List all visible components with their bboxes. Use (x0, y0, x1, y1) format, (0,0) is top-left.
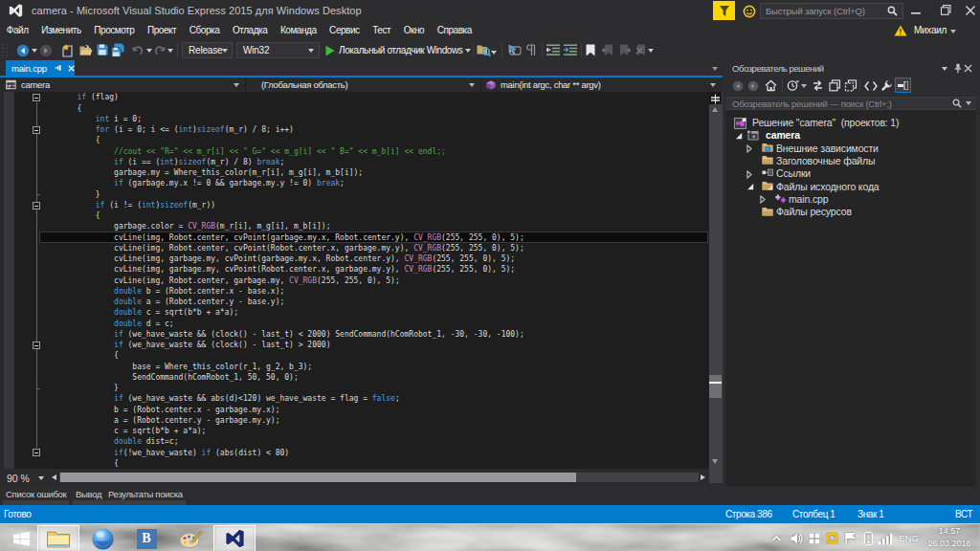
visual-studio-taskbar-button[interactable] (213, 525, 256, 551)
view-code-icon[interactable] (864, 80, 878, 92)
tree-item-main-cpp[interactable]: main.cpp (725, 192, 976, 205)
tab-main-cpp[interactable]: main.cpp (6, 60, 75, 76)
panel-menu-caret-icon[interactable] (942, 67, 947, 71)
scroll-right-icon[interactable] (701, 474, 705, 480)
code-line[interactable]: cvLine(img, garbage.my, cvPoint(garbage.… (40, 253, 524, 264)
debug-target-caret-icon[interactable] (465, 49, 471, 53)
expander-expanded-icon[interactable] (735, 132, 743, 140)
nav-function-dropdown[interactable]: main(int argc, char ** argv) (481, 77, 722, 92)
navigate-forward-icon[interactable] (39, 44, 53, 57)
tree-item-solution[interactable]: Решение "camera" (проектов: 1) (725, 117, 976, 129)
menu-team[interactable]: Команда (274, 21, 323, 40)
code-line[interactable]: a = (Robot.center.y - garbage.my.y); (40, 415, 524, 426)
bookmark-icon[interactable] (586, 44, 595, 56)
code-line[interactable]: cvLine(img, garbage.my, cvPoint(Robot.ce… (40, 264, 524, 275)
expander-collapsed-icon[interactable] (760, 195, 766, 204)
tree-item-references[interactable]: Ссылки (725, 167, 976, 180)
code-line[interactable]: if (flag) (40, 92, 524, 102)
code-line[interactable]: { (40, 135, 524, 145)
menu-view[interactable]: Просмотр (88, 21, 142, 40)
home-icon[interactable] (765, 79, 777, 92)
code-line[interactable]: b = (Robot.center.x - garbage.my.x); (40, 405, 524, 415)
minimize-button[interactable] (902, 0, 929, 20)
code-line[interactable]: int i = 0; (40, 114, 524, 124)
b-app-taskbar-button[interactable]: B (125, 525, 167, 551)
save-all-icon[interactable] (111, 43, 124, 57)
bottom-tab-error-list[interactable]: Список ошибок (6, 488, 66, 500)
menu-help[interactable]: Справка (431, 21, 479, 40)
fold-collapse-box[interactable] (33, 202, 40, 209)
pin-icon[interactable] (55, 63, 62, 73)
close-button[interactable] (957, 0, 980, 20)
code-line[interactable]: if (we_have_waste && abs(d)<120) we_have… (40, 393, 524, 404)
vertical-scrollbar[interactable] (709, 92, 723, 483)
navigate-back-caret-icon[interactable] (32, 49, 37, 53)
code-line[interactable]: } (40, 383, 524, 393)
panel-close-icon[interactable] (964, 64, 972, 73)
warning-icon[interactable] (894, 25, 907, 36)
menu-edit[interactable]: Изменить (34, 21, 87, 40)
menu-window[interactable]: Окно (397, 21, 431, 40)
quick-launch-search[interactable]: Быстрый запуск (Ctrl+Q) (760, 3, 903, 19)
code-line[interactable]: cvLine(img, Robot.center, cvPoint(Robot.… (40, 243, 524, 253)
status-column[interactable]: Столбец 1 (792, 505, 835, 523)
expander-collapsed-icon[interactable] (746, 170, 752, 179)
feedback-button[interactable] (713, 1, 735, 20)
preview-selected-items-toggle[interactable] (895, 77, 911, 93)
code-line[interactable]: double dist=c; (40, 436, 524, 447)
horizontal-scroll-thumb[interactable] (60, 473, 576, 482)
code-line[interactable]: c = sqrt(b*b + a*a); (40, 426, 524, 436)
status-line[interactable]: Строка 386 (725, 505, 772, 523)
tree-item-source-files[interactable]: Файлы исходного кода (725, 180, 976, 192)
code-line[interactable]: SendCommand(hComRobot_1, 50, 50, 0); (40, 372, 524, 383)
menu-tools[interactable]: Сервис (323, 21, 366, 40)
fold-collapse-box[interactable] (33, 449, 40, 456)
solution-search-box[interactable]: Обозреватель решений — поиск (Ctrl+;) (725, 97, 976, 110)
horizontal-scrollbar[interactable] (59, 473, 699, 482)
code-line[interactable]: if (we_have_waste && (clock() - last_t) … (40, 340, 524, 350)
scroll-left-icon[interactable] (52, 474, 56, 480)
language-indicator[interactable]: ENG (899, 524, 919, 551)
configuration-combo[interactable]: Release (182, 42, 233, 58)
yellow-status-tray-icon[interactable] (826, 532, 838, 544)
code-line[interactable]: double c = sqrt(b*b + a*a); (40, 307, 524, 318)
code-line[interactable]: if(!we_have_waste) if (abs(dist) < 80) (40, 448, 524, 458)
tree-item-external-dependencies[interactable]: Внешние зависимости (725, 142, 976, 154)
filter-caret-icon[interactable] (801, 84, 807, 88)
menu-project[interactable]: Проект (141, 21, 183, 40)
sync-with-active-document-icon[interactable] (812, 79, 824, 92)
fold-collapse-box[interactable] (33, 94, 40, 101)
increase-indent-icon[interactable] (564, 44, 577, 56)
save-icon[interactable] (97, 44, 108, 55)
bottom-tab-find-results[interactable]: Результаты поиска (108, 488, 183, 500)
fold-collapse-box[interactable] (33, 342, 40, 349)
windows-defender-tray-icon[interactable] (809, 533, 820, 544)
pending-changes-filter-icon[interactable] (787, 79, 799, 92)
user-name[interactable]: Михаил (914, 25, 947, 35)
tab-list-caret-icon[interactable] (712, 67, 718, 71)
code-line[interactable]: garbage.color = CV_RGB(m_r[i], m_g[i], m… (40, 221, 524, 231)
menu-build[interactable]: Сборка (183, 21, 226, 40)
find-in-files-icon[interactable] (477, 44, 491, 57)
tree-item-resource-files[interactable]: Файлы ресурсов (725, 206, 976, 218)
browser-taskbar-button[interactable] (81, 525, 123, 551)
file-explorer-taskbar-button[interactable] (37, 525, 79, 551)
open-file-icon[interactable] (79, 45, 93, 56)
menu-debug[interactable]: Отладка (226, 21, 274, 40)
code-line[interactable]: double b = (Robot.center.x - base.x); (40, 286, 524, 297)
code-line[interactable]: { (40, 103, 524, 114)
properties-wrench-icon[interactable] (880, 79, 893, 92)
tree-item-project-camera[interactable]: camera (725, 129, 976, 142)
code-line[interactable]: //cout << "R=" << m_r[i] << " G=" << m_g… (40, 146, 524, 157)
platform-combo[interactable]: Win32 (236, 42, 320, 58)
paint-taskbar-button[interactable] (169, 525, 212, 551)
status-insert-mode[interactable]: ВСТ (955, 505, 972, 523)
scroll-down-icon[interactable] (712, 459, 718, 464)
pin-icon[interactable] (953, 63, 963, 74)
find-caret-icon[interactable] (491, 51, 497, 55)
code-line[interactable]: double d = c; (40, 319, 524, 329)
code-line[interactable]: garbage.my = Where_this_color(m_r[i], m_… (40, 167, 524, 178)
solution-explorer-header[interactable]: Обозреватель решений (725, 60, 976, 77)
expander-expanded-icon[interactable] (746, 183, 754, 190)
smiley-feedback-icon[interactable] (743, 5, 756, 18)
